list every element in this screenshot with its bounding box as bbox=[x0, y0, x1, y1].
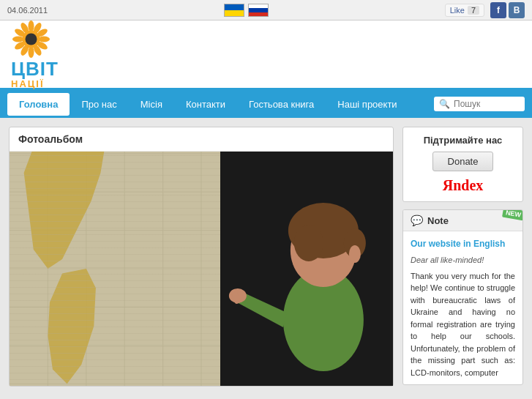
top-bar-right: Like 7 f B bbox=[445, 2, 525, 18]
facebook-icon[interactable]: f bbox=[490, 2, 506, 18]
svg-point-1 bbox=[26, 34, 37, 45]
search-input[interactable] bbox=[454, 99, 520, 109]
nav-item-contacts[interactable]: Контакти bbox=[174, 93, 237, 116]
photoalbum-title: Фотоальбом bbox=[10, 127, 393, 152]
navigation-bar: Головна Про нас Місія Контакти Гостьова … bbox=[0, 90, 532, 118]
facebook-like-box[interactable]: Like 7 bbox=[445, 4, 484, 17]
support-box: Підтримайте нас Donate Яndex bbox=[402, 127, 523, 202]
note-link[interactable]: Our website in English bbox=[411, 237, 515, 250]
boy-figure-svg bbox=[155, 152, 393, 386]
logo-text-main: ЦВІТ bbox=[11, 59, 59, 78]
sunflower-icon bbox=[11, 19, 51, 59]
nav-item-mission[interactable]: Місія bbox=[129, 93, 174, 116]
nav-item-projects[interactable]: Наші проекти bbox=[326, 93, 408, 116]
donate-button[interactable]: Donate bbox=[432, 152, 494, 171]
nav-items: Головна Про нас Місія Контакти Гостьова … bbox=[7, 93, 434, 116]
note-content: Our website in English Dear all like-min… bbox=[403, 231, 522, 384]
site-logo[interactable]: ЦВІТ НАЦІЇ bbox=[11, 19, 59, 89]
yandex-label: Я bbox=[443, 177, 453, 194]
social-icons: f B bbox=[490, 2, 525, 18]
like-label: Like bbox=[450, 6, 465, 15]
note-body: Thank you very much for the help! We con… bbox=[411, 270, 515, 379]
svg-point-2 bbox=[29, 20, 34, 32]
vkontakte-icon[interactable]: B bbox=[509, 2, 525, 18]
top-bar: 04.06.2011 Like 7 f B bbox=[0, 0, 532, 20]
nav-item-about[interactable]: Про нас bbox=[70, 93, 128, 116]
main-content: Фотоальбом bbox=[0, 118, 532, 395]
support-title: Підтримайте нас bbox=[411, 135, 515, 146]
language-flags bbox=[224, 4, 269, 17]
note-greeting: Dear all like-minded! bbox=[411, 254, 515, 266]
nav-item-guestbook[interactable]: Гостьова книга bbox=[237, 93, 326, 116]
svg-point-34 bbox=[349, 245, 361, 263]
note-box: 💬 Note NEW Our website in English Dear a… bbox=[402, 209, 523, 385]
svg-point-32 bbox=[294, 225, 323, 261]
flag-russia[interactable] bbox=[248, 4, 269, 17]
flag-ukraine[interactable] bbox=[224, 4, 244, 17]
note-icon: 💬 bbox=[411, 215, 423, 226]
search-icon: 🔍 bbox=[439, 99, 450, 109]
note-title: Note bbox=[427, 215, 449, 226]
svg-point-5 bbox=[38, 37, 50, 42]
nav-item-home[interactable]: Головна bbox=[7, 93, 70, 116]
photoalbum-image bbox=[10, 152, 393, 386]
yandex-logo[interactable]: Яndex bbox=[411, 177, 515, 194]
search-box[interactable]: 🔍 bbox=[434, 97, 525, 111]
logo-text-sub: НАЦІЇ bbox=[11, 78, 44, 89]
like-count: 7 bbox=[468, 6, 479, 15]
new-badge: NEW bbox=[502, 209, 523, 220]
date-label: 04.06.2011 bbox=[7, 6, 48, 15]
site-header: ЦВІТ НАЦІЇ bbox=[0, 20, 532, 90]
photoalbum-section: Фотоальбом bbox=[9, 127, 394, 387]
svg-point-8 bbox=[29, 46, 34, 58]
right-column: Підтримайте нас Donate Яndex 💬 Note NEW … bbox=[402, 127, 523, 387]
note-header: 💬 Note NEW bbox=[403, 210, 522, 231]
svg-point-11 bbox=[12, 37, 24, 42]
